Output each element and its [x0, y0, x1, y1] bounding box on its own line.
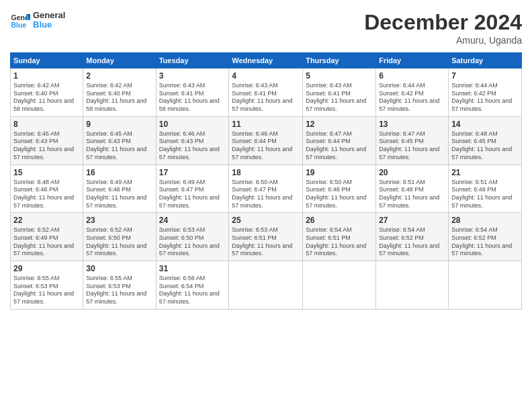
calendar-week-2: 8Sunrise: 6:45 AMSunset: 6:43 PMDaylight…: [11, 116, 522, 165]
day-info: Sunrise: 6:42 AMSunset: 6:40 PMDaylight:…: [86, 82, 152, 113]
location: Amuru, Uganda: [364, 35, 522, 46]
day-number: 5: [306, 71, 373, 81]
calendar-cell: 24Sunrise: 6:53 AMSunset: 6:50 PMDayligh…: [156, 213, 229, 261]
day-info: Sunrise: 6:51 AMSunset: 6:48 PMDaylight:…: [379, 179, 445, 210]
svg-text:Blue: Blue: [11, 21, 27, 29]
day-number: 27: [379, 216, 445, 225]
day-info: Sunrise: 6:46 AMSunset: 6:43 PMDaylight:…: [159, 130, 226, 162]
calendar-cell: 31Sunrise: 6:56 AMSunset: 6:54 PMDayligh…: [156, 261, 229, 310]
day-number: 29: [13, 264, 80, 273]
col-thursday: Thursday: [303, 53, 376, 68]
calendar-cell: 23Sunrise: 6:52 AMSunset: 6:50 PMDayligh…: [83, 213, 156, 261]
title-block: December 2024 Amuru, Uganda: [364, 10, 522, 46]
calendar-cell: 4Sunrise: 6:43 AMSunset: 6:41 PMDaylight…: [229, 68, 303, 117]
day-info: Sunrise: 6:53 AMSunset: 6:50 PMDaylight:…: [159, 226, 226, 258]
calendar-cell: 12Sunrise: 6:47 AMSunset: 6:44 PMDayligh…: [303, 116, 376, 165]
calendar-cell: [376, 261, 449, 310]
day-info: Sunrise: 6:50 AMSunset: 6:48 PMDaylight:…: [306, 179, 373, 210]
day-number: 22: [13, 216, 80, 225]
col-tuesday: Tuesday: [156, 53, 229, 68]
day-info: Sunrise: 6:50 AMSunset: 6:47 PMDaylight:…: [232, 179, 300, 210]
col-saturday: Saturday: [449, 53, 522, 68]
day-info: Sunrise: 6:48 AMSunset: 6:45 PMDaylight:…: [451, 130, 519, 162]
calendar-cell: 10Sunrise: 6:46 AMSunset: 6:43 PMDayligh…: [156, 116, 229, 165]
day-number: 13: [379, 120, 445, 129]
logo: General Blue General Blue: [10, 10, 65, 30]
day-number: 2: [86, 71, 152, 81]
calendar-cell: 25Sunrise: 6:53 AMSunset: 6:51 PMDayligh…: [229, 213, 303, 261]
col-wednesday: Wednesday: [229, 53, 303, 68]
day-number: 15: [13, 168, 80, 177]
calendar-cell: 26Sunrise: 6:54 AMSunset: 6:51 PMDayligh…: [303, 213, 376, 261]
day-number: 10: [159, 120, 226, 129]
calendar-cell: 21Sunrise: 6:51 AMSunset: 6:49 PMDayligh…: [449, 165, 522, 213]
calendar-header-row: Sunday Monday Tuesday Wednesday Thursday…: [11, 53, 522, 68]
day-number: 8: [13, 120, 80, 129]
calendar-cell: 14Sunrise: 6:48 AMSunset: 6:45 PMDayligh…: [449, 116, 522, 165]
day-info: Sunrise: 6:42 AMSunset: 6:40 PMDaylight:…: [13, 82, 80, 113]
day-number: 28: [451, 216, 519, 225]
calendar-cell: 15Sunrise: 6:48 AMSunset: 6:46 PMDayligh…: [11, 165, 83, 213]
logo-line2: Blue: [33, 20, 65, 30]
day-info: Sunrise: 6:55 AMSunset: 6:53 PMDaylight:…: [13, 275, 80, 306]
day-info: Sunrise: 6:52 AMSunset: 6:50 PMDaylight:…: [86, 226, 152, 258]
day-info: Sunrise: 6:51 AMSunset: 6:49 PMDaylight:…: [451, 179, 519, 210]
calendar-cell: 20Sunrise: 6:51 AMSunset: 6:48 PMDayligh…: [376, 165, 449, 213]
day-info: Sunrise: 6:44 AMSunset: 6:42 PMDaylight:…: [451, 82, 519, 113]
day-number: 24: [159, 216, 226, 225]
day-number: 19: [306, 168, 373, 177]
day-number: 16: [86, 168, 152, 177]
calendar-cell: 27Sunrise: 6:54 AMSunset: 6:52 PMDayligh…: [376, 213, 449, 261]
calendar-cell: 18Sunrise: 6:50 AMSunset: 6:47 PMDayligh…: [229, 165, 303, 213]
day-info: Sunrise: 6:47 AMSunset: 6:44 PMDaylight:…: [306, 130, 373, 162]
day-number: 18: [232, 168, 300, 177]
calendar-week-3: 15Sunrise: 6:48 AMSunset: 6:46 PMDayligh…: [11, 165, 522, 213]
day-number: 1: [13, 71, 80, 81]
calendar: Sunday Monday Tuesday Wednesday Thursday…: [10, 52, 522, 310]
day-info: Sunrise: 6:43 AMSunset: 6:41 PMDaylight:…: [232, 82, 300, 113]
calendar-cell: 13Sunrise: 6:47 AMSunset: 6:45 PMDayligh…: [376, 116, 449, 165]
day-info: Sunrise: 6:48 AMSunset: 6:46 PMDaylight:…: [13, 179, 80, 210]
day-info: Sunrise: 6:54 AMSunset: 6:52 PMDaylight:…: [451, 226, 519, 258]
day-number: 23: [86, 216, 152, 225]
day-number: 4: [232, 71, 300, 81]
month-title: December 2024: [364, 10, 522, 35]
col-sunday: Sunday: [11, 53, 83, 68]
day-number: 25: [232, 216, 300, 225]
calendar-cell: [229, 261, 303, 310]
calendar-cell: 11Sunrise: 6:46 AMSunset: 6:44 PMDayligh…: [229, 116, 303, 165]
day-number: 26: [306, 216, 373, 225]
day-number: 9: [86, 120, 152, 129]
calendar-cell: 30Sunrise: 6:55 AMSunset: 6:53 PMDayligh…: [83, 261, 156, 310]
day-number: 17: [159, 168, 226, 177]
day-number: 14: [451, 120, 519, 129]
calendar-cell: 22Sunrise: 6:52 AMSunset: 6:49 PMDayligh…: [11, 213, 83, 261]
calendar-cell: 2Sunrise: 6:42 AMSunset: 6:40 PMDaylight…: [83, 68, 156, 117]
day-number: 20: [379, 168, 445, 177]
col-friday: Friday: [376, 53, 449, 68]
calendar-cell: 16Sunrise: 6:49 AMSunset: 6:46 PMDayligh…: [83, 165, 156, 213]
day-number: 31: [159, 264, 226, 273]
day-info: Sunrise: 6:53 AMSunset: 6:51 PMDaylight:…: [232, 226, 300, 258]
calendar-cell: 5Sunrise: 6:43 AMSunset: 6:41 PMDaylight…: [303, 68, 376, 117]
day-info: Sunrise: 6:45 AMSunset: 6:43 PMDaylight:…: [86, 130, 152, 162]
day-info: Sunrise: 6:43 AMSunset: 6:41 PMDaylight:…: [159, 82, 226, 113]
calendar-week-4: 22Sunrise: 6:52 AMSunset: 6:49 PMDayligh…: [11, 213, 522, 261]
day-info: Sunrise: 6:46 AMSunset: 6:44 PMDaylight:…: [232, 130, 300, 162]
day-info: Sunrise: 6:56 AMSunset: 6:54 PMDaylight:…: [159, 275, 226, 306]
day-info: Sunrise: 6:44 AMSunset: 6:42 PMDaylight:…: [379, 82, 445, 113]
page: General Blue General Blue December 2024 …: [0, 0, 532, 411]
calendar-cell: 1Sunrise: 6:42 AMSunset: 6:40 PMDaylight…: [11, 68, 83, 117]
day-number: 7: [451, 71, 519, 81]
calendar-cell: [449, 261, 522, 310]
calendar-week-1: 1Sunrise: 6:42 AMSunset: 6:40 PMDaylight…: [11, 68, 522, 117]
header: General Blue General Blue December 2024 …: [10, 10, 522, 46]
calendar-cell: 19Sunrise: 6:50 AMSunset: 6:48 PMDayligh…: [303, 165, 376, 213]
day-number: 30: [86, 264, 152, 273]
day-number: 21: [451, 168, 519, 177]
day-info: Sunrise: 6:47 AMSunset: 6:45 PMDaylight:…: [379, 130, 445, 162]
day-info: Sunrise: 6:54 AMSunset: 6:51 PMDaylight:…: [306, 226, 373, 258]
day-info: Sunrise: 6:49 AMSunset: 6:46 PMDaylight:…: [86, 179, 152, 210]
calendar-cell: 8Sunrise: 6:45 AMSunset: 6:43 PMDaylight…: [11, 116, 83, 165]
day-info: Sunrise: 6:55 AMSunset: 6:53 PMDaylight:…: [86, 275, 152, 306]
